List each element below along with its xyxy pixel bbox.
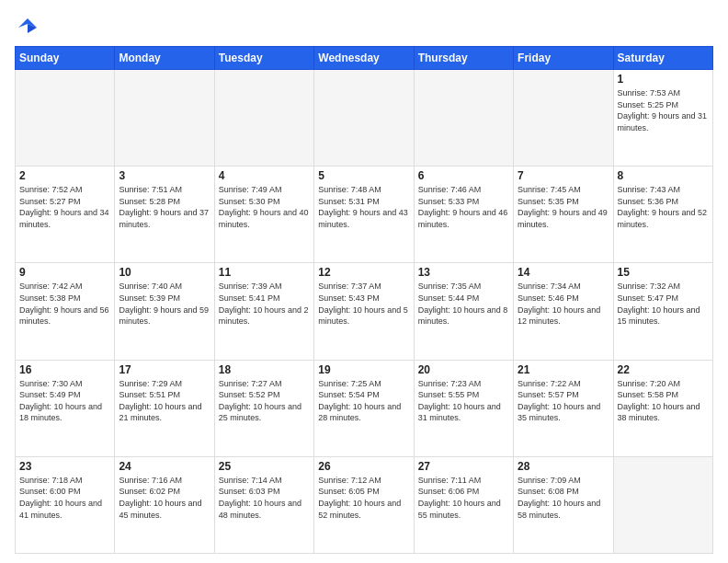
day-info: Sunrise: 7:16 AM Sunset: 6:02 PM Dayligh…	[119, 475, 210, 521]
day-number: 25	[219, 460, 310, 473]
day-info: Sunrise: 7:12 AM Sunset: 6:05 PM Dayligh…	[318, 475, 409, 521]
day-number: 26	[318, 460, 409, 473]
calendar-cell: 4Sunrise: 7:49 AM Sunset: 5:30 PM Daylig…	[214, 167, 313, 263]
calendar-cell	[414, 70, 513, 167]
calendar-cell: 23Sunrise: 7:18 AM Sunset: 6:00 PM Dayli…	[16, 456, 115, 553]
calendar-cell: 8Sunrise: 7:43 AM Sunset: 5:36 PM Daylig…	[613, 167, 712, 263]
calendar-cell: 5Sunrise: 7:48 AM Sunset: 5:31 PM Daylig…	[314, 167, 414, 263]
calendar-cell: 28Sunrise: 7:09 AM Sunset: 6:08 PM Dayli…	[514, 456, 613, 553]
calendar-cell: 22Sunrise: 7:20 AM Sunset: 5:58 PM Dayli…	[613, 360, 712, 456]
calendar-cell	[115, 70, 214, 167]
day-number: 8	[618, 169, 709, 182]
page-header	[15, 15, 713, 40]
calendar-cell: 13Sunrise: 7:35 AM Sunset: 5:44 PM Dayli…	[414, 263, 513, 360]
day-info: Sunrise: 7:42 AM Sunset: 5:38 PM Dayligh…	[19, 281, 110, 327]
day-info: Sunrise: 7:49 AM Sunset: 5:30 PM Dayligh…	[219, 184, 310, 230]
calendar-cell: 3Sunrise: 7:51 AM Sunset: 5:28 PM Daylig…	[115, 167, 214, 263]
day-number: 13	[418, 266, 509, 279]
calendar-header-row: SundayMondayTuesdayWednesdayThursdayFrid…	[16, 47, 713, 70]
day-info: Sunrise: 7:40 AM Sunset: 5:39 PM Dayligh…	[119, 281, 210, 327]
day-number: 11	[219, 266, 310, 279]
header-thursday: Thursday	[414, 47, 513, 70]
logo	[15, 15, 44, 40]
day-number: 20	[418, 363, 509, 376]
day-number: 22	[618, 363, 709, 376]
calendar-cell: 10Sunrise: 7:40 AM Sunset: 5:39 PM Dayli…	[115, 263, 214, 360]
calendar-cell: 19Sunrise: 7:25 AM Sunset: 5:54 PM Dayli…	[314, 360, 414, 456]
calendar-cell: 20Sunrise: 7:23 AM Sunset: 5:55 PM Dayli…	[414, 360, 513, 456]
calendar-cell: 14Sunrise: 7:34 AM Sunset: 5:46 PM Dayli…	[514, 263, 613, 360]
calendar-cell: 25Sunrise: 7:14 AM Sunset: 6:03 PM Dayli…	[214, 456, 313, 553]
day-info: Sunrise: 7:39 AM Sunset: 5:41 PM Dayligh…	[219, 281, 310, 327]
day-info: Sunrise: 7:46 AM Sunset: 5:33 PM Dayligh…	[418, 184, 509, 230]
day-info: Sunrise: 7:29 AM Sunset: 5:51 PM Dayligh…	[119, 378, 210, 424]
day-info: Sunrise: 7:23 AM Sunset: 5:55 PM Dayligh…	[418, 378, 509, 424]
day-info: Sunrise: 7:53 AM Sunset: 5:25 PM Dayligh…	[618, 87, 709, 133]
day-info: Sunrise: 7:14 AM Sunset: 6:03 PM Dayligh…	[219, 475, 310, 521]
calendar-cell: 11Sunrise: 7:39 AM Sunset: 5:41 PM Dayli…	[214, 263, 313, 360]
header-sunday: Sunday	[16, 47, 115, 70]
calendar-table: SundayMondayTuesdayWednesdayThursdayFrid…	[15, 46, 713, 554]
header-wednesday: Wednesday	[314, 47, 414, 70]
week-row-1: 2Sunrise: 7:52 AM Sunset: 5:27 PM Daylig…	[16, 167, 713, 263]
calendar-cell: 18Sunrise: 7:27 AM Sunset: 5:52 PM Dayli…	[214, 360, 313, 456]
calendar-cell: 7Sunrise: 7:45 AM Sunset: 5:35 PM Daylig…	[514, 167, 613, 263]
calendar-cell: 12Sunrise: 7:37 AM Sunset: 5:43 PM Dayli…	[314, 263, 414, 360]
day-number: 1	[618, 73, 709, 86]
day-number: 28	[518, 460, 609, 473]
day-number: 2	[19, 169, 110, 182]
day-info: Sunrise: 7:51 AM Sunset: 5:28 PM Dayligh…	[119, 184, 210, 230]
day-info: Sunrise: 7:18 AM Sunset: 6:00 PM Dayligh…	[19, 475, 110, 521]
week-row-4: 23Sunrise: 7:18 AM Sunset: 6:00 PM Dayli…	[16, 456, 713, 553]
calendar-cell: 17Sunrise: 7:29 AM Sunset: 5:51 PM Dayli…	[115, 360, 214, 456]
calendar-cell: 1Sunrise: 7:53 AM Sunset: 5:25 PM Daylig…	[613, 70, 712, 167]
day-number: 21	[518, 363, 609, 376]
day-info: Sunrise: 7:45 AM Sunset: 5:35 PM Dayligh…	[518, 184, 609, 230]
day-number: 6	[418, 169, 509, 182]
calendar-cell: 6Sunrise: 7:46 AM Sunset: 5:33 PM Daylig…	[414, 167, 513, 263]
day-info: Sunrise: 7:34 AM Sunset: 5:46 PM Dayligh…	[518, 281, 609, 327]
header-friday: Friday	[514, 47, 613, 70]
day-number: 18	[219, 363, 310, 376]
day-number: 19	[318, 363, 409, 376]
day-info: Sunrise: 7:32 AM Sunset: 5:47 PM Dayligh…	[618, 281, 709, 327]
calendar-cell	[214, 70, 313, 167]
day-number: 5	[318, 169, 409, 182]
day-info: Sunrise: 7:35 AM Sunset: 5:44 PM Dayligh…	[418, 281, 509, 327]
calendar-cell: 2Sunrise: 7:52 AM Sunset: 5:27 PM Daylig…	[16, 167, 115, 263]
calendar-cell	[514, 70, 613, 167]
logo-icon	[15, 15, 40, 40]
header-tuesday: Tuesday	[214, 47, 313, 70]
calendar-cell	[314, 70, 414, 167]
calendar-cell: 24Sunrise: 7:16 AM Sunset: 6:02 PM Dayli…	[115, 456, 214, 553]
week-row-0: 1Sunrise: 7:53 AM Sunset: 5:25 PM Daylig…	[16, 70, 713, 167]
day-info: Sunrise: 7:20 AM Sunset: 5:58 PM Dayligh…	[618, 378, 709, 424]
day-number: 24	[119, 460, 210, 473]
header-monday: Monday	[115, 47, 214, 70]
day-number: 3	[119, 169, 210, 182]
day-number: 12	[318, 266, 409, 279]
day-info: Sunrise: 7:43 AM Sunset: 5:36 PM Dayligh…	[618, 184, 709, 230]
calendar-cell: 9Sunrise: 7:42 AM Sunset: 5:38 PM Daylig…	[16, 263, 115, 360]
day-number: 27	[418, 460, 509, 473]
day-number: 10	[119, 266, 210, 279]
day-number: 15	[618, 266, 709, 279]
day-info: Sunrise: 7:27 AM Sunset: 5:52 PM Dayligh…	[219, 378, 310, 424]
day-number: 23	[19, 460, 110, 473]
day-number: 7	[518, 169, 609, 182]
day-info: Sunrise: 7:22 AM Sunset: 5:57 PM Dayligh…	[518, 378, 609, 424]
calendar-cell	[16, 70, 115, 167]
day-number: 17	[119, 363, 210, 376]
page-container: SundayMondayTuesdayWednesdayThursdayFrid…	[0, 0, 728, 563]
day-info: Sunrise: 7:48 AM Sunset: 5:31 PM Dayligh…	[318, 184, 409, 230]
calendar-cell: 16Sunrise: 7:30 AM Sunset: 5:49 PM Dayli…	[16, 360, 115, 456]
day-info: Sunrise: 7:11 AM Sunset: 6:06 PM Dayligh…	[418, 475, 509, 521]
calendar-cell: 15Sunrise: 7:32 AM Sunset: 5:47 PM Dayli…	[613, 263, 712, 360]
week-row-2: 9Sunrise: 7:42 AM Sunset: 5:38 PM Daylig…	[16, 263, 713, 360]
day-info: Sunrise: 7:09 AM Sunset: 6:08 PM Dayligh…	[518, 475, 609, 521]
day-info: Sunrise: 7:25 AM Sunset: 5:54 PM Dayligh…	[318, 378, 409, 424]
week-row-3: 16Sunrise: 7:30 AM Sunset: 5:49 PM Dayli…	[16, 360, 713, 456]
calendar-cell: 27Sunrise: 7:11 AM Sunset: 6:06 PM Dayli…	[414, 456, 513, 553]
header-saturday: Saturday	[613, 47, 712, 70]
day-info: Sunrise: 7:52 AM Sunset: 5:27 PM Dayligh…	[19, 184, 110, 230]
